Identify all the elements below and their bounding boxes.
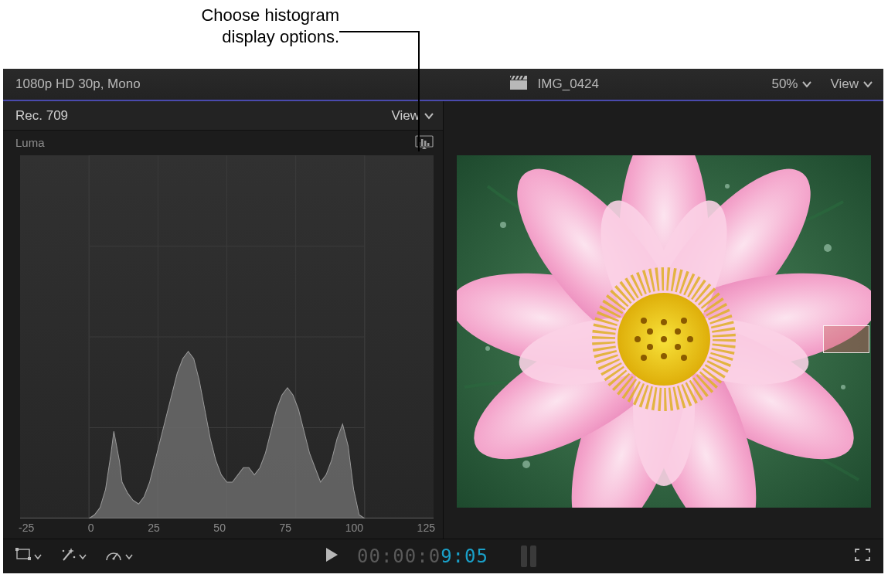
svg-rect-10 bbox=[427, 143, 430, 146]
luma-histogram bbox=[20, 155, 434, 518]
axis-tick: -25 bbox=[19, 522, 34, 534]
svg-point-23 bbox=[500, 222, 506, 228]
crop-icon bbox=[15, 548, 31, 566]
scopes-view-label: View bbox=[391, 108, 420, 124]
histogram-mode-label: Luma bbox=[15, 136, 45, 149]
zoom-dropdown[interactable]: 50% bbox=[771, 76, 811, 92]
chevron-down-icon bbox=[424, 108, 434, 124]
clapboard-icon bbox=[510, 76, 527, 93]
svg-point-59 bbox=[112, 557, 114, 559]
axis-tick: 0 bbox=[88, 522, 94, 534]
axis-tick: 75 bbox=[280, 522, 292, 534]
svg-point-42 bbox=[675, 328, 681, 335]
svg-point-45 bbox=[661, 319, 667, 325]
bottom-toolbar: 00:00:09:05 bbox=[3, 539, 883, 573]
svg-point-44 bbox=[661, 353, 667, 359]
svg-point-43 bbox=[647, 328, 653, 335]
timecode-dim: 00:00:0 bbox=[357, 546, 441, 567]
svg-rect-8 bbox=[421, 139, 424, 146]
svg-point-51 bbox=[641, 318, 647, 324]
svg-point-29 bbox=[485, 346, 490, 351]
timecode-active: 9:05 bbox=[441, 546, 488, 567]
enhance-tool-dropdown[interactable] bbox=[60, 548, 87, 566]
svg-point-25 bbox=[824, 244, 832, 252]
svg-point-28 bbox=[841, 385, 845, 389]
axis-tick: 25 bbox=[148, 522, 160, 534]
axis-tick: 100 bbox=[345, 522, 363, 534]
chevron-down-icon bbox=[802, 76, 811, 92]
axis-tick: 125 bbox=[417, 522, 435, 534]
scopes-panel: Rec. 709 View Luma bbox=[3, 101, 444, 539]
selection-overlay[interactable] bbox=[823, 325, 869, 353]
callout-line2: display options. bbox=[222, 27, 339, 46]
svg-point-30 bbox=[725, 184, 730, 189]
viewer-view-dropdown[interactable]: View bbox=[830, 76, 873, 92]
chevron-down-icon bbox=[863, 76, 873, 92]
svg-point-48 bbox=[681, 355, 687, 361]
svg-point-49 bbox=[641, 355, 647, 361]
svg-point-39 bbox=[661, 336, 667, 342]
svg-point-46 bbox=[687, 336, 693, 342]
svg-rect-9 bbox=[424, 141, 427, 146]
svg-point-50 bbox=[681, 318, 687, 324]
crop-tool-dropdown[interactable] bbox=[15, 548, 42, 566]
svg-point-27 bbox=[522, 461, 530, 468]
clip-name-label: IMG_0424 bbox=[538, 76, 599, 92]
chevron-down-icon bbox=[34, 549, 42, 564]
audio-meter[interactable] bbox=[521, 546, 541, 567]
magic-wand-icon bbox=[60, 548, 76, 566]
svg-point-56 bbox=[63, 549, 65, 552]
zoom-value: 50% bbox=[771, 76, 798, 92]
svg-rect-54 bbox=[28, 557, 31, 560]
top-info-bar: 1080p HD 30p, Mono IMG_0424 50% bbox=[3, 69, 883, 101]
callout-line1: Choose histogram bbox=[201, 5, 339, 25]
svg-point-57 bbox=[73, 556, 76, 558]
annotation-callout: Choose histogram display options. bbox=[0, 0, 888, 69]
chevron-down-icon bbox=[79, 549, 87, 564]
scopes-view-dropdown[interactable]: View bbox=[391, 108, 434, 124]
svg-rect-0 bbox=[510, 80, 527, 90]
speedometer-icon bbox=[105, 548, 122, 566]
clip-title: IMG_0424 bbox=[510, 76, 599, 93]
svg-marker-60 bbox=[326, 548, 338, 562]
play-button[interactable] bbox=[325, 547, 339, 566]
color-space-label: Rec. 709 bbox=[15, 108, 68, 124]
axis-tick: 50 bbox=[213, 522, 226, 534]
timecode-display[interactable]: 00:00:09:05 bbox=[357, 546, 488, 567]
histogram-axis: -25 0 25 50 75 100 125 bbox=[19, 522, 435, 534]
chevron-down-icon bbox=[125, 549, 133, 564]
svg-point-41 bbox=[647, 344, 653, 350]
view-label: View bbox=[830, 76, 859, 92]
retime-tool-dropdown[interactable] bbox=[105, 548, 133, 566]
viewer-canvas[interactable] bbox=[457, 155, 871, 508]
fullscreen-button[interactable] bbox=[854, 548, 871, 566]
svg-rect-52 bbox=[17, 549, 29, 559]
video-editor-window: 1080p HD 30p, Mono IMG_0424 50% bbox=[3, 69, 883, 573]
project-format-label: 1080p HD 30p, Mono bbox=[15, 76, 141, 92]
svg-point-40 bbox=[675, 344, 681, 350]
viewer-panel bbox=[444, 101, 883, 539]
svg-point-47 bbox=[635, 336, 641, 342]
svg-line-55 bbox=[63, 551, 71, 560]
svg-rect-53 bbox=[15, 548, 19, 551]
